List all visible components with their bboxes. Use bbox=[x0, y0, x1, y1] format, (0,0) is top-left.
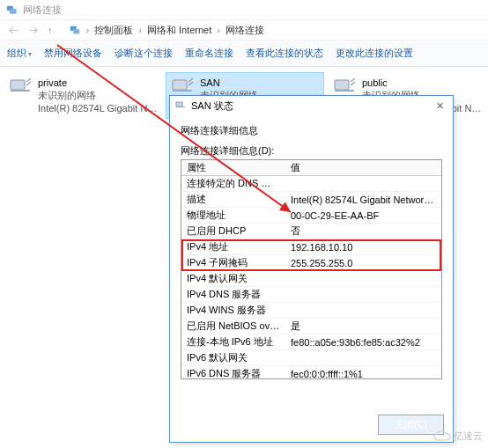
table-row[interactable]: IPv4 WINS 服务器 bbox=[181, 303, 441, 319]
dialog-heading: 网络连接详细信息 bbox=[181, 124, 442, 137]
cell-property: 连接-本地 IPv6 地址 bbox=[181, 335, 285, 349]
network-icon bbox=[5, 4, 18, 16]
connection-name: SAN bbox=[200, 77, 320, 89]
status-dialog: SAN 状态 ✕ 网络连接详细信息 网络连接详细信息(D): 属性 值 连接特定… bbox=[169, 95, 454, 443]
table-row[interactable]: IPv4 子网掩码255.255.255.0 bbox=[181, 255, 441, 271]
nav-forward-button: 🡢 bbox=[25, 22, 41, 38]
nav-back-button[interactable]: 🡠 bbox=[5, 22, 21, 38]
svg-rect-3 bbox=[73, 29, 79, 33]
close-icon[interactable]: ✕ bbox=[432, 98, 447, 114]
cell-value: Intel(R) 82574L Gigabit Network Connect bbox=[285, 195, 441, 205]
svg-rect-9 bbox=[335, 90, 354, 92]
table-row[interactable]: 连接特定的 DNS 后缀 bbox=[181, 176, 441, 192]
nav-up-button[interactable]: ↑ bbox=[44, 25, 56, 35]
connection-name: private bbox=[38, 77, 158, 89]
watermark-text: 亿速云 bbox=[454, 430, 483, 443]
breadcrumb-sep: › bbox=[215, 25, 222, 35]
connection-item-private[interactable]: private 未识别的网络 Intel(R) 82574L Gigabit N… bbox=[4, 72, 162, 119]
adapter-icon bbox=[8, 77, 33, 98]
breadcrumb-sep: › bbox=[85, 25, 92, 35]
cell-value: 是 bbox=[285, 319, 441, 333]
cell-property: IPv4 子网掩码 bbox=[181, 256, 285, 269]
table-row[interactable]: IPv4 DNS 服务器 bbox=[181, 287, 441, 303]
cell-property: 连接特定的 DNS 后缀 bbox=[181, 177, 285, 190]
svg-rect-5 bbox=[11, 90, 30, 92]
svg-rect-6 bbox=[173, 80, 187, 90]
table-row[interactable]: IPv6 DNS 服务器fec0:0:0:ffff::1%1 bbox=[181, 366, 441, 379]
cell-value: 192.168.10.10 bbox=[285, 242, 441, 253]
toolbar-rename[interactable]: 重命名连接 bbox=[185, 47, 233, 60]
svg-rect-1 bbox=[10, 9, 16, 13]
table-row[interactable]: IPv6 默认网关 bbox=[181, 350, 441, 366]
cell-property: IPv4 WINS 服务器 bbox=[181, 304, 285, 317]
table-row[interactable]: IPv4 地址192.168.10.10 bbox=[181, 239, 441, 255]
toolbar-change[interactable]: 更改此连接的设置 bbox=[336, 47, 413, 60]
toolbar-diagnose[interactable]: 诊断这个连接 bbox=[115, 47, 173, 60]
dialog-title: SAN 状态 bbox=[191, 99, 233, 113]
toolbar-organize[interactable]: 组织 bbox=[7, 47, 32, 60]
connection-status: 未识别的网络 bbox=[38, 89, 158, 101]
cell-property: 描述 bbox=[181, 193, 285, 206]
breadcrumb-sep: › bbox=[137, 25, 144, 35]
col-property: 属性 bbox=[181, 161, 285, 174]
window-title-bar: 网络连接 bbox=[0, 0, 488, 19]
svg-rect-4 bbox=[11, 80, 25, 90]
svg-rect-12 bbox=[176, 106, 185, 107]
cell-property: 已启用 NetBIOS over Tcpip bbox=[181, 319, 285, 333]
cell-value: 否 bbox=[285, 224, 441, 238]
col-value: 值 bbox=[285, 161, 441, 174]
cell-property: 已启用 DHCP bbox=[181, 224, 285, 238]
toolbar-status[interactable]: 查看此连接的状态 bbox=[246, 47, 323, 60]
cell-value: 00-0C-29-EE-AA-BF bbox=[285, 210, 441, 221]
breadcrumb-icon bbox=[69, 24, 81, 36]
table-row[interactable]: 已启用 NetBIOS over Tcpip是 bbox=[181, 319, 441, 334]
table-row[interactable]: IPv4 默认网关 bbox=[181, 271, 441, 287]
table-row[interactable]: 物理地址00-0C-29-EE-AA-BF bbox=[181, 208, 441, 224]
cell-property: IPv4 地址 bbox=[181, 240, 285, 253]
svg-rect-8 bbox=[335, 80, 349, 90]
cell-property: IPv6 默认网关 bbox=[181, 351, 285, 364]
window-title: 网络连接 bbox=[23, 4, 62, 17]
breadcrumb-seg[interactable]: 控制面板 bbox=[94, 24, 133, 37]
cell-property: 物理地址 bbox=[181, 209, 285, 222]
cloud-icon bbox=[433, 430, 452, 443]
cell-property: IPv6 DNS 服务器 bbox=[181, 367, 285, 379]
connection-name: public bbox=[362, 77, 482, 89]
toolbar: 组织 禁用网络设备 诊断这个连接 重命名连接 查看此连接的状态 更改此连接的设置 bbox=[0, 40, 488, 67]
watermark: 亿速云 bbox=[433, 430, 483, 443]
svg-rect-11 bbox=[176, 102, 182, 106]
cell-value: fe80::a05e:93b6:fe85:ac32%2 bbox=[285, 337, 441, 348]
table-row[interactable]: 描述Intel(R) 82574L Gigabit Network Connec… bbox=[181, 192, 441, 208]
table-row[interactable]: 连接-本地 IPv6 地址fe80::a05e:93b6:fe85:ac32%2 bbox=[181, 334, 441, 350]
details-grid: 属性 值 连接特定的 DNS 后缀描述Intel(R) 82574L Gigab… bbox=[181, 159, 442, 379]
connection-adapter: Intel(R) 82574L Gigabit Netwo... bbox=[38, 102, 158, 114]
cell-property: IPv4 默认网关 bbox=[181, 272, 285, 285]
breadcrumb: 🡠 🡢 ↑ › 控制面板 › 网络和 Internet › 网络连接 bbox=[0, 19, 488, 40]
table-row[interactable]: 已启用 DHCP否 bbox=[181, 224, 441, 239]
cell-property: IPv4 DNS 服务器 bbox=[181, 288, 285, 301]
breadcrumb-seg[interactable]: 网络和 Internet bbox=[147, 24, 211, 37]
dialog-title-bar: SAN 状态 ✕ bbox=[170, 96, 453, 115]
dialog-subheading: 网络连接详细信息(D): bbox=[181, 144, 442, 158]
cell-value: fec0:0:0:ffff::1%1 bbox=[285, 369, 441, 379]
breadcrumb-seg[interactable]: 网络连接 bbox=[226, 24, 264, 37]
grid-header: 属性 值 bbox=[181, 160, 441, 176]
svg-rect-7 bbox=[173, 90, 192, 92]
cell-value: 255.255.255.0 bbox=[285, 258, 441, 268]
toolbar-disable[interactable]: 禁用网络设备 bbox=[44, 47, 102, 60]
dialog-icon bbox=[175, 100, 186, 111]
